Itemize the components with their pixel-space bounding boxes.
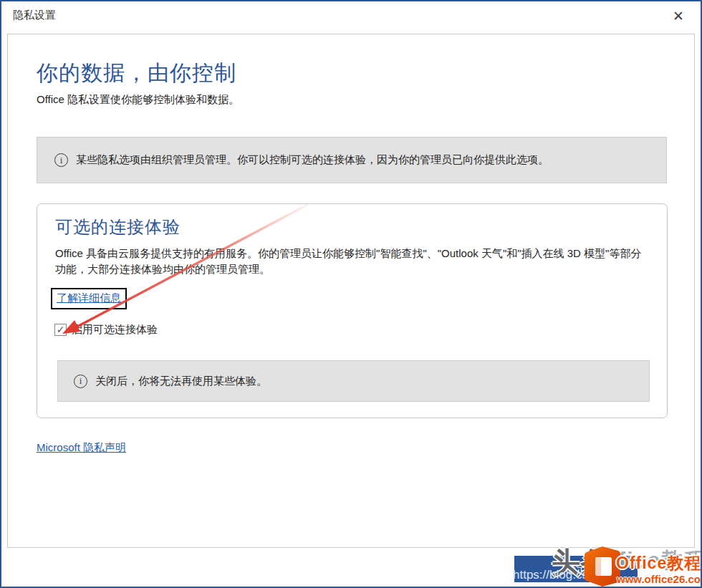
privacy-settings-dialog: 隐私设置 ✕ 你的数据，由你控制 Office 隐私设置使你能够控制体验和数据。… — [0, 0, 702, 588]
checkbox-label: 启用可选连接体验 — [72, 323, 158, 337]
titlebar: 隐私设置 ✕ — [1, 1, 701, 34]
content-panel: 你的数据，由你控制 Office 隐私设置使你能够控制体验和数据。 i 某些隐私… — [7, 34, 695, 548]
section-description: Office 具备由云服务提供支持的有用服务。你的管理员让你能够控制"智能查找"… — [55, 246, 651, 277]
warning-notice-text: 关闭后，你将无法再使用某些体验。 — [95, 375, 267, 388]
info-icon: i — [54, 153, 68, 167]
ok-button[interactable]: 确定 — [514, 556, 638, 582]
close-icon[interactable]: ✕ — [666, 5, 691, 26]
optional-connected-experiences-section: 可选的连接体验 Office 具备由云服务提供支持的有用服务。你的管理员让你能够… — [37, 203, 668, 418]
learn-more-link[interactable]: 了解详细信息 — [57, 291, 121, 304]
admin-notice-box: i 某些隐私选项由组织管理员管理。你可以控制可选的连接体验，因为你的管理员已向你… — [37, 137, 667, 183]
admin-notice-text: 某些隐私选项由组织管理员管理。你可以控制可选的连接体验，因为你的管理员已向你提供… — [76, 153, 549, 167]
info-icon: i — [74, 375, 87, 388]
checkmark-icon: ✓ — [57, 324, 65, 334]
enable-experiences-checkbox[interactable]: ✓ — [54, 324, 67, 336]
page-title: 你的数据，由你控制 — [37, 59, 236, 88]
enable-experiences-row: ✓ 启用可选连接体验 — [54, 323, 158, 337]
page-subtitle: Office 隐私设置使你能够控制体验和数据。 — [37, 93, 239, 107]
warning-notice-box: i 关闭后，你将无法再使用某些体验。 — [57, 360, 650, 402]
microsoft-privacy-statement-link[interactable]: Microsoft 隐私声明 — [37, 441, 126, 455]
section-title: 可选的连接体验 — [55, 216, 181, 238]
dialog-title: 隐私设置 — [13, 9, 56, 22]
learn-more-focus-box: 了解详细信息 — [51, 288, 127, 309]
